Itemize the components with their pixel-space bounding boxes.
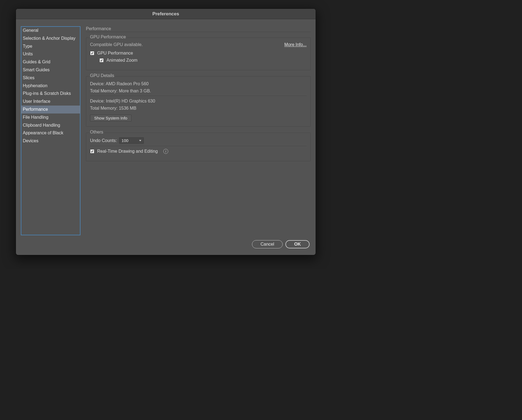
gpu-performance-checkbox[interactable] [90, 51, 94, 55]
sidebar-item-type[interactable]: Type [21, 42, 80, 50]
gpu-memory-1: Total Memory: More than 3 GB. [90, 89, 307, 93]
dialog-titlebar: Preferences [16, 9, 316, 19]
show-system-info-button[interactable]: Show System Info [90, 115, 131, 121]
dialog-title: Preferences [152, 11, 179, 17]
gpu-device-1: Device: AMD Radeon Pro 560 [90, 81, 307, 86]
divider [90, 146, 307, 146]
animated-zoom-checkbox[interactable] [99, 58, 104, 63]
sidebar-item-general[interactable]: General [21, 27, 80, 35]
more-info-link[interactable]: More Info... [284, 42, 307, 47]
sidebar-item-performance[interactable]: Performance [21, 106, 80, 113]
sidebar-item-smart-guides[interactable]: Smart Guides [21, 66, 80, 74]
animated-zoom-label: Animated Zoom [106, 58, 137, 63]
sidebar-item-plug-ins-scratch-disks[interactable]: Plug-ins & Scratch Disks [21, 90, 80, 98]
sidebar-item-user-interface[interactable]: User Interface [21, 98, 80, 106]
gpu-performance-group: GPU Performance Compatible GPU available… [86, 38, 311, 70]
sidebar-item-devices[interactable]: Devices [21, 137, 80, 145]
sidebar-item-clipboard-handling[interactable]: Clipboard Handling [21, 121, 80, 129]
gpu-details-group-title: GPU Details [89, 73, 115, 78]
sidebar-item-selection-anchor-display[interactable]: Selection & Anchor Display [21, 35, 80, 42]
gpu-details-group: GPU Details Device: AMD Radeon Pro 560 T… [86, 76, 311, 127]
sidebar-item-hyphenation[interactable]: Hyphenation [21, 82, 80, 90]
undo-counts-value: 100 [122, 138, 128, 143]
gpu-performance-label: GPU Performance [97, 51, 133, 56]
others-group: Others Undo Counts: 100 Real-Time Drawin… [86, 133, 311, 161]
gpu-performance-group-title: GPU Performance [89, 35, 127, 39]
dialog-footer: Cancel OK [16, 240, 316, 255]
undo-counts-label: Undo Counts: [90, 138, 117, 143]
others-group-title: Others [89, 130, 104, 135]
sidebar-item-units[interactable]: Units [21, 50, 80, 58]
gpu-device-2: Device: Intel(R) HD Graphics 630 [90, 99, 307, 104]
undo-counts-select[interactable]: 100 [119, 137, 144, 144]
gpu-memory-2: Total Memory: 1536 MB [90, 106, 307, 111]
gpu-availability-status: Compatible GPU available. [90, 42, 143, 47]
panel-title: Performance [86, 26, 311, 32]
dialog-body: GeneralSelection & Anchor DisplayTypeUni… [16, 19, 316, 240]
sidebar-item-slices[interactable]: Slices [21, 74, 80, 82]
sidebar-item-appearance-of-black[interactable]: Appearance of Black [21, 129, 80, 137]
realtime-drawing-label: Real-Time Drawing and Editing [97, 149, 158, 154]
preferences-dialog: Preferences GeneralSelection & Anchor Di… [16, 9, 316, 255]
divider [90, 96, 307, 96]
realtime-drawing-checkbox[interactable] [90, 149, 94, 154]
info-icon[interactable]: i [163, 149, 168, 154]
cancel-button[interactable]: Cancel [252, 240, 283, 248]
sidebar-item-guides-grid[interactable]: Guides & Grid [21, 58, 80, 66]
sidebar-item-file-handling[interactable]: File Handling [21, 113, 80, 121]
preferences-sidebar: GeneralSelection & Anchor DisplayTypeUni… [21, 26, 80, 235]
preferences-content: Performance GPU Performance Compatible G… [86, 26, 311, 235]
ok-button[interactable]: OK [285, 240, 310, 248]
